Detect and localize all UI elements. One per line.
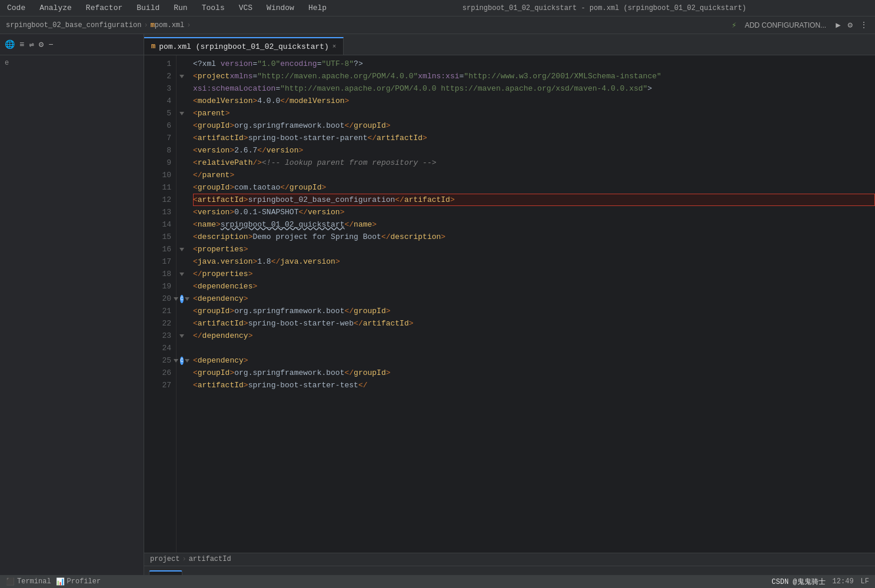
line-number-11: 11 (144, 181, 171, 194)
gutter-item-18 (178, 268, 187, 280)
gutter-item-27 (178, 379, 187, 391)
menu-item-run[interactable]: Run (171, 2, 189, 14)
line-number-23: 23 (144, 330, 171, 342)
bottom-bc-artifact: artifactId (189, 555, 231, 563)
menu-item-window[interactable]: Window (264, 2, 297, 14)
fold-icon-16[interactable] (179, 248, 184, 251)
maven-icon: ⚡ (731, 20, 736, 30)
code-line-7: <artifactId>spring-boot-starter-parent</… (193, 132, 875, 144)
editor-area: m pom.xml (srpingboot_01_02_quickstart) … (144, 34, 875, 588)
git-icon-20: C (180, 295, 183, 303)
fold-icon-20[interactable] (174, 297, 178, 301)
code-line-23: </dependency> (193, 330, 875, 342)
breadcrumb-project: srpingboot_02_base_configuration (6, 21, 141, 29)
line-number-6: 6 (144, 119, 171, 132)
tab-maven-icon: m (151, 42, 155, 51)
gutter-item-11 (178, 181, 187, 194)
code-line-17: <java.version>1.8</java.version> (193, 255, 875, 268)
code-line-10: </parent> (193, 169, 875, 181)
line-number-3: 3 (144, 82, 171, 95)
gutter-item-20: C (178, 293, 187, 305)
menu-item-vcs[interactable]: VCS (237, 2, 255, 14)
gutter-item-15 (178, 231, 187, 243)
tab-label: pom.xml (srpingboot_01_02_quickstart) (159, 42, 329, 51)
tab-close-button[interactable]: × (332, 43, 337, 50)
code-line-15: <description>Demo project for Spring Boo… (193, 231, 875, 243)
editor-content: 1234567891011121314151617181920212223242… (144, 55, 875, 553)
sidebar-toolbar: 🌐 ≡ ⇌ ⚙ − (0, 34, 144, 55)
gutter-item-5 (178, 107, 187, 119)
fold-icon-5[interactable] (179, 112, 184, 115)
sidebar-item-1[interactable]: e (0, 58, 144, 68)
line-number-2: 2 (144, 70, 171, 82)
gutter-item-1 (178, 58, 187, 70)
code-line-13: <version>0.0.1-SNAPSHOT</version> (193, 206, 875, 218)
fold-icon-18[interactable] (179, 273, 184, 276)
gutter-item-23 (178, 330, 187, 342)
sidebar-icon-arrows[interactable]: ⇌ (29, 39, 34, 49)
code-line-16: <properties> (193, 243, 875, 255)
add-configuration-button[interactable]: ADD CONFIGURATION... (741, 20, 830, 31)
code-line-3: xsi:schemaLocation="http://maven.apache.… (193, 82, 875, 95)
menu-item-tools[interactable]: Tools (199, 2, 227, 14)
gutter-item-4 (178, 95, 187, 107)
terminal-label: Terminal (17, 577, 51, 586)
sidebar-icon-settings[interactable]: ⚙ (39, 39, 44, 49)
code-area[interactable]: <?xml version="1.0" encoding="UTF-8"?><p… (188, 55, 875, 553)
gutter-item-17 (178, 255, 187, 268)
gutter-item-22 (178, 317, 187, 330)
sidebar-icon-globe[interactable]: 🌐 (5, 39, 15, 49)
sidebar: 🌐 ≡ ⇌ ⚙ − e (0, 34, 144, 588)
line-number-16: 16 (144, 243, 171, 255)
code-line-12: <artifactId>srpingboot_02_base_configura… (193, 194, 875, 206)
gutter-item-10 (178, 169, 187, 181)
terminal-button[interactable]: ⬛ Terminal (6, 577, 51, 586)
bottom-breadcrumb: project › artifactId (144, 553, 875, 566)
more-button[interactable]: ⋮ (859, 19, 869, 31)
window-title: srpingboot_01_02_quickstart - pom.xml (s… (338, 4, 870, 12)
sidebar-icon-minus[interactable]: − (48, 40, 53, 49)
breadcrumb-module-icon: m (151, 21, 155, 29)
fold-icon-2[interactable] (179, 75, 184, 78)
line-number-7: 7 (144, 132, 171, 144)
sidebar-icon-list[interactable]: ≡ (19, 40, 24, 49)
status-time: 12:49 (833, 577, 854, 586)
line-number-18: 18 (144, 268, 171, 280)
profiler-button[interactable]: 📊 Profiler (56, 577, 101, 586)
menu-item-help[interactable]: Help (306, 2, 329, 14)
line-number-4: 4 (144, 95, 171, 107)
menu-item-analyze[interactable]: Analyze (37, 2, 74, 14)
line-number-5: 5 (144, 107, 171, 119)
line-number-24: 24 (144, 342, 171, 354)
gutter-item-26 (178, 367, 187, 379)
run-button[interactable]: ▶ (834, 19, 841, 31)
line-number-8: 8 (144, 144, 171, 157)
bottom-bc-project: project (150, 555, 179, 563)
breadcrumb-file: pom.xml (155, 21, 184, 29)
menu-item-build[interactable]: Build (134, 2, 162, 14)
settings-button[interactable]: ⚙ (847, 19, 854, 31)
status-right: CSDN @鬼鬼骑士 12:49 LF (771, 577, 869, 587)
status-csdn: CSDN @鬼鬼骑士 (771, 577, 825, 587)
line-number-19: 19 (144, 280, 171, 293)
code-line-9: <relativePath/> <!-- lookup parent from … (193, 157, 875, 169)
code-line-22: <artifactId>spring-boot-starter-web</art… (193, 317, 875, 330)
code-line-6: <groupId>org.springframework.boot</group… (193, 119, 875, 132)
gutter-item-24 (178, 342, 187, 354)
line-number-17: 17 (144, 255, 171, 268)
menu-item-code[interactable]: Code (5, 2, 28, 14)
code-line-21: <groupId>org.springframework.boot</group… (193, 305, 875, 317)
fold-icon-25[interactable] (174, 359, 178, 363)
gutter-item-14 (178, 218, 187, 231)
gutter-item-9 (178, 157, 187, 169)
profiler-label: Profiler (67, 577, 101, 586)
terminal-icon: ⬛ (6, 577, 15, 586)
code-line-14: <name>srpingboot_01_02_quickstart</name> (193, 218, 875, 231)
code-line-5: <parent> (193, 107, 875, 119)
gutter-item-2 (178, 70, 187, 82)
fold-icon-23[interactable] (179, 334, 184, 338)
line-number-26: 26 (144, 367, 171, 379)
tab-bar: m pom.xml (srpingboot_01_02_quickstart) … (144, 34, 875, 55)
editor-tab-pom[interactable]: m pom.xml (srpingboot_01_02_quickstart) … (144, 37, 344, 55)
menu-item-refactor[interactable]: Refactor (84, 2, 125, 14)
